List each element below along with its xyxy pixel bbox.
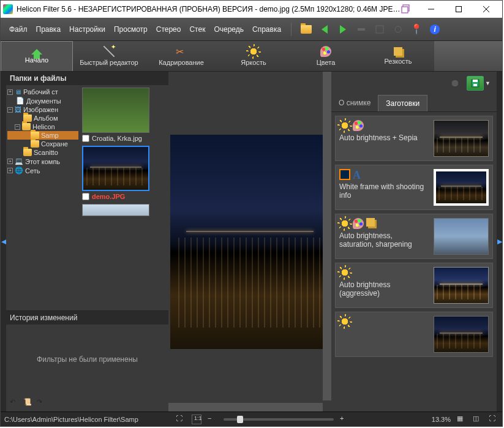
secret-icon[interactable] — [449, 78, 461, 89]
tab-crop[interactable]: ✂ Кадрирование — [145, 41, 217, 71]
tool-button-2[interactable] — [371, 21, 388, 38]
work-area: ◀ Папки и файлы +🖥Рабочий ст 📄Документы … — [1, 72, 502, 411]
left-panel: Папки и файлы +🖥Рабочий ст 📄Документы −🖼… — [6, 72, 168, 411]
right-panel: ▼ О снимке Заготовки Auto brightness + S… — [331, 72, 497, 411]
preset-thumb — [434, 169, 489, 206]
tab-colors-label: Цвета — [317, 59, 336, 66]
sun-icon — [339, 316, 350, 327]
menu-view[interactable]: Просмотр — [110, 23, 151, 36]
right-tab-about[interactable]: О снимке — [331, 95, 378, 111]
preview-scrollbar-h[interactable] — [168, 403, 323, 411]
info-button[interactable]: i — [426, 21, 443, 38]
right-collapse-handle[interactable]: ▶ — [497, 72, 502, 411]
thumb-demo[interactable]: demo.JPG — [82, 146, 166, 200]
zoom-in-icon[interactable]: + — [340, 415, 350, 424]
thumb-checkbox[interactable] — [82, 193, 89, 200]
layout-icon[interactable]: ◫ — [473, 415, 483, 424]
preset-item[interactable]: Auto brightness, saturation, sharpening — [335, 214, 493, 259]
tab-brightness[interactable]: Яркость — [217, 41, 290, 71]
zoom-out-icon[interactable]: − — [208, 415, 217, 424]
tree-album[interactable]: Альбом — [7, 114, 78, 122]
history-undo-icon[interactable]: ↶ — [10, 398, 20, 408]
close-button[interactable] — [472, 1, 500, 17]
maximize-button[interactable] — [445, 1, 472, 17]
svg-rect-3 — [456, 7, 461, 12]
history-redo-icon[interactable]: ↷ — [37, 398, 47, 408]
preview-image[interactable] — [170, 135, 329, 349]
status-path: C:\Users\Admin\Pictures\Helicon Filter\S… — [4, 416, 170, 423]
menu-edit[interactable]: Правка — [32, 23, 65, 36]
preset-label: Auto brightness (aggressive) — [339, 280, 429, 298]
menu-stack[interactable]: Стек — [186, 23, 209, 36]
tree-images[interactable]: −🖼Изображен — [7, 105, 78, 114]
app-icon — [3, 4, 13, 14]
right-tab-presets[interactable]: Заготовки — [378, 95, 427, 111]
floppy-icon — [471, 79, 480, 88]
thumb-extra[interactable] — [82, 204, 166, 216]
preset-thumb — [434, 218, 489, 255]
thumb-label: Croatia, Krka.jpg — [92, 135, 142, 142]
left-collapse-handle[interactable]: ◀ — [1, 72, 6, 411]
tab-colors[interactable]: Цвета — [290, 41, 362, 71]
sun-icon — [339, 120, 350, 131]
tree-saved[interactable]: Сохране — [7, 140, 78, 148]
save-button[interactable] — [467, 76, 484, 91]
tree-this-pc[interactable]: +💻Этот компь — [7, 157, 78, 166]
tree-network[interactable]: +🌐Сеть — [7, 166, 78, 175]
palette-icon — [353, 120, 364, 131]
prev-image-button[interactable] — [316, 21, 333, 38]
history-panel: История изменений Фильтры не были примен… — [6, 310, 168, 411]
grid-icon[interactable]: ▦ — [457, 415, 467, 424]
history-apply-icon[interactable]: 📜 — [23, 398, 33, 408]
preset-label: White frame with shooting info — [339, 182, 429, 200]
palette-icon — [320, 46, 331, 57]
thumb-image — [82, 88, 149, 133]
preset-item[interactable]: A White frame with shooting info — [335, 165, 493, 210]
next-image-button[interactable] — [334, 21, 352, 38]
tab-crop-label: Кадрирование — [159, 59, 204, 66]
tab-quick-editor[interactable]: Быстрый редактор — [73, 41, 145, 71]
text-icon: A — [353, 169, 364, 180]
preset-item[interactable]: Auto brightness (aggressive) — [335, 263, 493, 308]
menu-settings[interactable]: Настройки — [66, 23, 109, 36]
zoom-slider[interactable] — [224, 418, 334, 421]
history-header: История изменений — [6, 311, 168, 325]
tree-sample[interactable]: Samp — [7, 131, 78, 140]
menu-file[interactable]: Файл — [6, 23, 31, 36]
restore-copy-icon[interactable] — [401, 4, 411, 14]
menu-help[interactable]: Справка — [249, 23, 285, 36]
fit-width-icon[interactable]: ⛶ — [176, 415, 186, 424]
tab-home[interactable]: Начало — [1, 41, 73, 71]
preset-item[interactable]: Auto brightness + Sepia — [335, 116, 493, 161]
menu-stereo[interactable]: Стерео — [152, 23, 185, 36]
window-title: Helicon Filter 5.6 - НЕЗАРЕГИСТРИРОВАННА… — [17, 5, 401, 13]
open-folder-button[interactable] — [298, 21, 315, 38]
wand-icon — [103, 46, 115, 57]
tree-helicon[interactable]: −Helicon — [7, 122, 78, 131]
tool-button-3[interactable] — [389, 21, 407, 38]
geotag-button[interactable]: 📍 — [408, 21, 425, 38]
tree-documents[interactable]: 📄Документы — [7, 96, 78, 105]
sharpen-icon — [394, 47, 402, 56]
home-icon — [31, 49, 42, 54]
svg-rect-6 — [358, 28, 365, 31]
titlebar: Helicon Filter 5.6 - НЕЗАРЕГИСТРИРОВАННА… — [1, 1, 502, 18]
thumbnails: Croatia, Krka.jpg demo.JPG — [80, 85, 168, 310]
fullscreen-icon[interactable]: ⛶ — [489, 415, 498, 424]
sun-icon — [339, 218, 350, 229]
minimize-button[interactable] — [417, 1, 445, 17]
save-dropdown-icon[interactable]: ▼ — [485, 80, 491, 86]
sharpen-icon — [366, 218, 375, 227]
tree-scanitto[interactable]: Scanitto — [7, 148, 78, 157]
scissors-icon: ✂ — [176, 46, 187, 57]
folders-header: Папки и файлы — [6, 72, 168, 85]
thumb-checkbox[interactable] — [82, 135, 89, 142]
tab-sharpness[interactable]: Резкость — [362, 41, 434, 71]
preset-item[interactable] — [335, 312, 493, 357]
menu-queue[interactable]: Очередь — [210, 23, 247, 36]
tool-button-1[interactable] — [353, 21, 370, 38]
preview-scrollbar-v[interactable] — [323, 72, 331, 400]
one-to-one-button[interactable]: 1:1 — [192, 415, 201, 424]
thumb-croatia[interactable]: Croatia, Krka.jpg — [82, 88, 166, 142]
tree-desktop[interactable]: +🖥Рабочий ст — [7, 88, 78, 96]
